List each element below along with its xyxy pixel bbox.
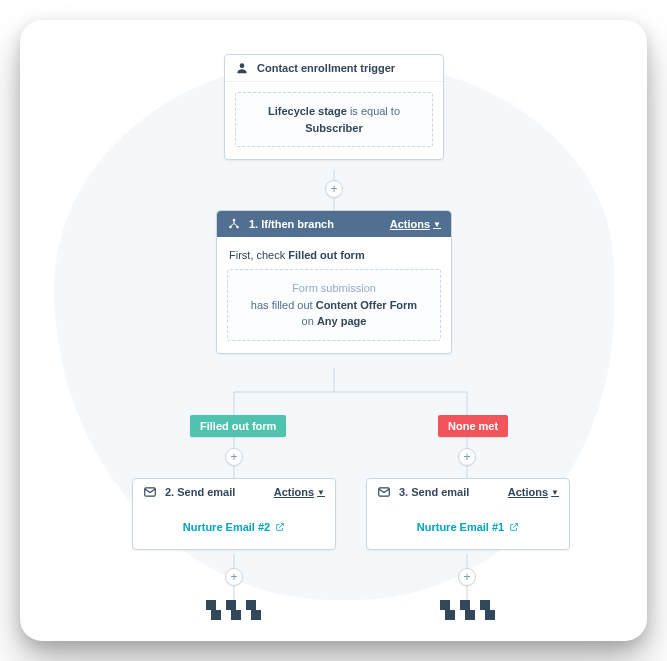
branch-body: First, check Filled out form Form submis… — [217, 237, 451, 353]
card-header: 1. If/then branch Actions ▼ — [217, 211, 451, 237]
email-header: 2. Send email — [165, 486, 235, 498]
svg-point-7 — [240, 63, 245, 68]
actions-dropdown[interactable]: Actions ▼ — [390, 218, 441, 230]
workflow-canvas-frame: Contact enrollment trigger Lifecycle sta… — [20, 20, 647, 641]
email-icon — [377, 485, 391, 499]
add-step-button[interactable]: + — [325, 180, 343, 198]
workflow-end-marker — [440, 600, 496, 620]
rule-field: Lifecycle stage — [268, 105, 347, 117]
caret-down-icon: ▼ — [433, 220, 441, 229]
send-email-card-yes[interactable]: 2. Send email Actions ▼ Nurture Email #2 — [132, 478, 336, 550]
cond-line3: on Any page — [240, 313, 428, 330]
card-header: Contact enrollment trigger — [225, 55, 443, 82]
email-link[interactable]: Nurture Email #2 — [183, 521, 285, 533]
email-body: Nurture Email #2 — [133, 505, 335, 549]
card-header: 3. Send email Actions ▼ — [367, 479, 569, 505]
header-left: 3. Send email — [377, 485, 469, 499]
branch-title: 1. If/then branch — [249, 218, 334, 230]
header-left: 2. Send email — [143, 485, 235, 499]
rule-op: is equal to — [350, 105, 400, 117]
add-step-button[interactable]: + — [458, 568, 476, 586]
workflow-canvas: Contact enrollment trigger Lifecycle sta… — [20, 20, 647, 641]
email-link[interactable]: Nurture Email #1 — [417, 521, 519, 533]
contact-icon — [235, 61, 249, 75]
caret-down-icon: ▼ — [317, 488, 325, 497]
if-then-branch-card[interactable]: 1. If/then branch Actions ▼ First, check… — [216, 210, 452, 354]
send-email-card-no[interactable]: 3. Send email Actions ▼ Nurture Email #1 — [366, 478, 570, 550]
external-link-icon — [275, 522, 285, 532]
enrollment-trigger-card[interactable]: Contact enrollment trigger Lifecycle sta… — [224, 54, 444, 160]
actions-dropdown[interactable]: Actions ▼ — [508, 486, 559, 498]
workflow-end-marker — [206, 600, 262, 620]
branch-icon — [227, 217, 241, 231]
add-step-button[interactable]: + — [225, 448, 243, 466]
cond-line2: has filled out Content Offer Form — [240, 297, 428, 314]
actions-dropdown[interactable]: Actions ▼ — [274, 486, 325, 498]
actions-label: Actions — [274, 486, 314, 498]
trigger-title: Contact enrollment trigger — [257, 62, 395, 74]
add-step-button[interactable]: + — [225, 568, 243, 586]
svg-point-8 — [233, 219, 236, 222]
caret-down-icon: ▼ — [551, 488, 559, 497]
email-header: 3. Send email — [399, 486, 469, 498]
external-link-icon — [509, 522, 519, 532]
cond-label: Form submission — [240, 280, 428, 297]
branch-condition[interactable]: Form submission has filled out Content O… — [227, 269, 441, 341]
actions-label: Actions — [508, 486, 548, 498]
rule-value: Subscriber — [305, 122, 362, 134]
email-icon — [143, 485, 157, 499]
branch-tag-no: None met — [438, 415, 508, 437]
actions-label: Actions — [390, 218, 430, 230]
header-left: 1. If/then branch — [227, 217, 334, 231]
email-body: Nurture Email #1 — [367, 505, 569, 549]
first-check-line: First, check Filled out form — [229, 249, 439, 261]
add-step-button[interactable]: + — [458, 448, 476, 466]
trigger-rule[interactable]: Lifecycle stage is equal to Subscriber — [235, 92, 433, 147]
branch-tag-yes: Filled out form — [190, 415, 286, 437]
card-header: 2. Send email Actions ▼ — [133, 479, 335, 505]
trigger-body: Lifecycle stage is equal to Subscriber — [225, 82, 443, 159]
